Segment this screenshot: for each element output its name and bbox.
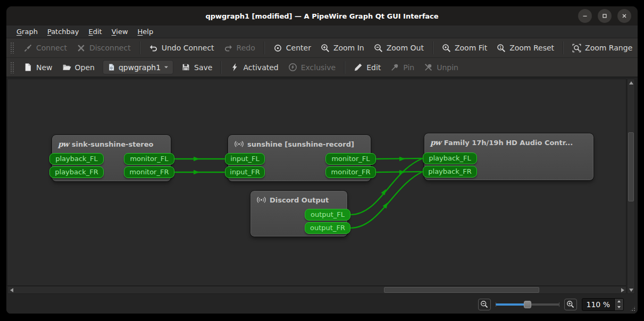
patchbay-file-combobox[interactable]: qpwgraph1 (103, 60, 173, 74)
exclusive-button[interactable]: Exclusive (283, 60, 340, 74)
scroll-right-button[interactable] (619, 286, 626, 293)
vertical-scrollbar[interactable] (627, 79, 635, 294)
save-icon (181, 63, 190, 72)
patchbay-file-value: qpwgraph1 (119, 63, 161, 72)
zoom-range-icon (572, 44, 581, 53)
unpin-icon (424, 63, 433, 72)
disconnect-button[interactable]: Disconnect (72, 41, 136, 55)
zoom-spinbox[interactable]: 110 % (582, 298, 624, 311)
svg-text:1: 1 (499, 45, 502, 49)
zoom-fit-icon (442, 44, 451, 53)
statusbar-zoom-out-button[interactable] (478, 299, 491, 310)
maximize-button[interactable] (598, 9, 612, 23)
zoom-reset-button[interactable]: 1 Zoom Reset (492, 41, 559, 55)
node-header: pw Family 17h/19h HD Audio Contr... (425, 134, 593, 147)
redo-button[interactable]: Redo (219, 41, 260, 55)
horizontal-scrollbar[interactable] (7, 286, 626, 294)
zoom-slider-handle[interactable] (524, 301, 531, 308)
disconnect-icon (77, 44, 86, 53)
menu-edit[interactable]: Edit (84, 27, 107, 37)
port-input-fr[interactable]: input_FR (225, 166, 265, 178)
pin-button[interactable]: Pin (386, 60, 419, 74)
zoom-reset-label: Zoom Reset (509, 44, 554, 52)
connect-icon (23, 44, 32, 53)
edit-button[interactable]: Edit (349, 60, 386, 74)
graph-canvas[interactable]: pw sink-sunshine-stereo playback_FL play… (7, 79, 626, 286)
menu-patchbay[interactable]: Patchbay (43, 27, 84, 37)
pipewire-icon: pw (58, 140, 69, 148)
titlebar[interactable]: qpwgraph1 [modified] — A PipeWire Graph … (6, 6, 638, 26)
open-button[interactable]: Open (57, 60, 99, 74)
port-playback-fl[interactable]: playback_FL (423, 153, 477, 164)
center-button[interactable]: Center (269, 41, 316, 55)
activated-label: Activated (243, 63, 278, 72)
center-label: Center (286, 44, 311, 52)
horizontal-scrollbar-thumb[interactable] (384, 287, 539, 293)
connect-label: Connect (36, 44, 67, 52)
toolbar-drag-handle[interactable] (10, 62, 14, 73)
scroll-down-button[interactable] (628, 286, 634, 293)
close-button[interactable] (617, 9, 631, 23)
zoom-in-icon (321, 44, 330, 53)
connection-wires (7, 79, 626, 286)
zoom-reset-icon: 1 (497, 44, 506, 53)
statusbar-zoom-in-button[interactable] (564, 299, 577, 310)
spin-down-button[interactable] (615, 305, 623, 310)
minimize-icon (582, 13, 588, 19)
port-monitor-fl[interactable]: monitor_FL (124, 153, 174, 165)
main-toolbar: Connect Disconnect Undo Connect Redo Cen… (6, 38, 638, 58)
menubar: Graph Patchbay Edit View Help (6, 26, 638, 38)
center-icon (273, 44, 282, 53)
port-playback-fr[interactable]: playback_FR (423, 166, 477, 178)
menu-help[interactable]: Help (133, 27, 158, 37)
circled-bolt-icon (288, 63, 297, 72)
window-controls (578, 9, 631, 23)
undo-connect-button[interactable]: Undo Connect (144, 41, 219, 55)
activated-button[interactable]: Activated (225, 60, 283, 74)
zoom-out-button[interactable]: Zoom Out (369, 41, 429, 55)
node-header: pw sink-sunshine-stereo (53, 136, 170, 148)
node-title: sink-sunshine-stereo (72, 140, 154, 148)
patchbay-toolbar: New Open qpwgraph1 Save Activated Exclus… (6, 58, 638, 78)
patchbay-file-icon (107, 63, 115, 71)
spin-up-button[interactable] (615, 299, 623, 305)
scroll-left-button[interactable] (8, 286, 15, 293)
menu-graph[interactable]: Graph (12, 27, 43, 37)
scroll-up-button[interactable] (628, 79, 634, 86)
app-window: qpwgraph1 [modified] — A PipeWire Graph … (6, 6, 638, 314)
port-output-fr[interactable]: output_FR (305, 222, 350, 234)
zoom-fit-button[interactable]: Zoom Fit (437, 41, 492, 55)
new-label: New (36, 63, 53, 72)
port-playback-fl[interactable]: playback_FL (49, 153, 104, 165)
save-button[interactable]: Save (177, 60, 217, 74)
zoom-in-button[interactable]: Zoom In (316, 41, 369, 55)
port-monitor-fr[interactable]: monitor_FR (124, 166, 174, 178)
edit-label: Edit (366, 63, 381, 72)
toolbar-separator (139, 41, 140, 54)
port-output-fl[interactable]: output_FL (305, 209, 350, 221)
connect-button[interactable]: Connect (19, 41, 72, 55)
port-monitor-fr[interactable]: monitor_FR (325, 166, 376, 178)
toolbar-drag-handle[interactable] (10, 42, 14, 54)
new-file-icon (23, 63, 32, 72)
speaker-icon (256, 196, 266, 204)
menu-view[interactable]: View (107, 27, 133, 37)
port-monitor-fl[interactable]: monitor_FL (325, 153, 376, 165)
new-button[interactable]: New (19, 60, 57, 74)
node-title: sunshine [sunshine-record] (247, 140, 354, 148)
zoom-range-button[interactable]: Zoom Range (567, 41, 637, 55)
minimize-button[interactable] (578, 9, 592, 23)
zoom-slider[interactable] (496, 300, 559, 309)
pin-icon (390, 63, 399, 72)
open-folder-icon (62, 63, 71, 72)
spin-arrows (614, 299, 623, 310)
unpin-button[interactable]: Unpin (419, 60, 463, 74)
zoom-out-icon (480, 300, 488, 308)
redo-icon (224, 44, 233, 53)
zoom-in-label: Zoom In (333, 44, 364, 52)
port-playback-fr[interactable]: playback_FR (49, 166, 104, 178)
undo-icon (149, 44, 158, 53)
save-label: Save (194, 63, 212, 72)
vertical-scrollbar-thumb[interactable] (628, 132, 634, 201)
port-input-fl[interactable]: input_FL (225, 153, 265, 165)
